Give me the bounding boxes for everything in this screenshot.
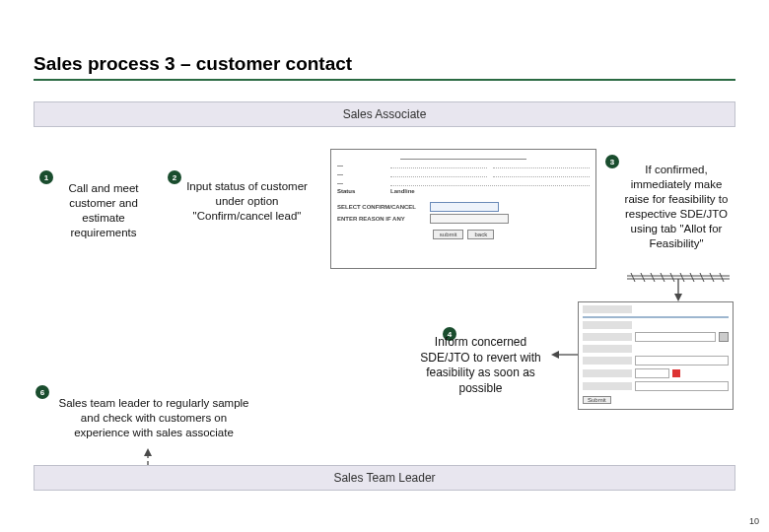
flag-icon [672,369,680,377]
svg-line-6 [670,273,674,282]
form1-submit-button[interactable]: submit [433,230,464,239]
svg-line-9 [700,273,704,282]
svg-line-8 [690,273,694,282]
svg-line-7 [680,273,684,282]
form1-status-value: Landline [390,188,415,194]
svg-line-3 [641,273,645,282]
step-1-text: Call and meet customer and estimate requ… [49,181,158,240]
form2-submit-button[interactable]: Submit [583,396,611,404]
form1-reason-label: ENTER REASON IF ANY [337,216,424,222]
role-band-top: Sales Associate [34,101,735,127]
step-2-text: Input status of customer under option "C… [175,179,318,224]
form1-confirm-label: SELECT CONFIRM/CANCEL [337,204,424,210]
form2-input-2[interactable] [635,356,729,366]
role-band-bottom: Sales Team Leader [34,465,735,491]
svg-line-10 [710,273,714,282]
form2-input-3[interactable] [635,368,669,378]
page-number: 10 [749,516,759,526]
form2-dd-1[interactable] [719,332,729,342]
svg-line-5 [661,273,664,282]
form-screenshot-1: — — — StatusLandline SELECT CONFIRM/CANC… [330,149,596,269]
step-3-text: If confirmed, immediately make raise for… [617,163,735,251]
step-badge-6: 6 [35,385,49,399]
svg-marker-13 [674,294,682,301]
svg-line-2 [631,273,635,282]
step-4-text: Inform concerned SDE/JTO to revert with … [409,335,552,396]
form1-confirm-dropdown[interactable] [430,202,499,212]
title-underline [34,79,735,81]
page-title: Sales process 3 – customer contact [34,53,352,75]
svg-line-11 [720,273,724,282]
svg-marker-15 [551,351,559,359]
form1-back-button[interactable]: back [467,230,494,239]
form1-reason-input[interactable] [430,214,509,224]
step-6-text: Sales team leader to regularly sample an… [55,396,252,440]
svg-line-4 [651,273,655,282]
form-screenshot-2: Submit [578,301,734,410]
form2-input-4[interactable] [635,381,729,391]
svg-marker-17 [144,448,152,456]
form1-status-label: Status [337,188,384,194]
form2-input-1[interactable] [635,332,716,342]
